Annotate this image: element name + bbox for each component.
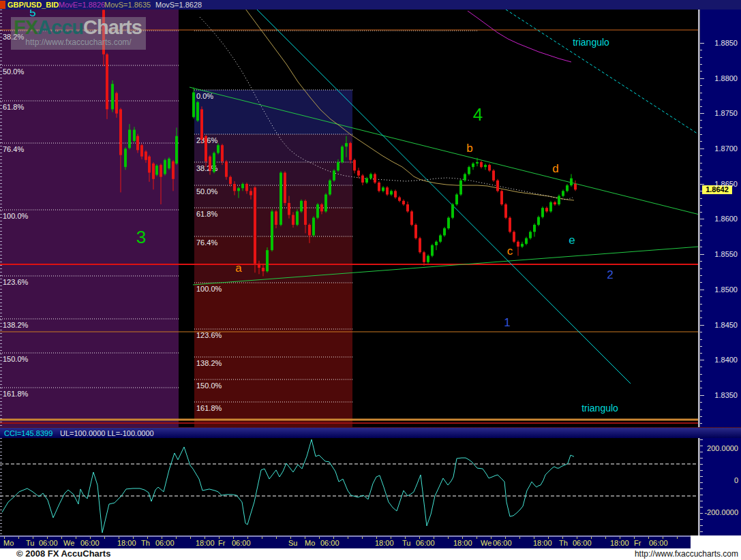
time-axis-tick [90, 537, 91, 539]
time-axis-tick [176, 537, 177, 539]
time-axis-tick [133, 537, 134, 539]
time-axis-label: Mo [3, 539, 14, 547]
candle-body [341, 146, 344, 162]
price-axis-tick [700, 64, 702, 65]
candle-body [196, 102, 199, 121]
candle-body [423, 252, 425, 262]
price-axis-tick [700, 50, 702, 50]
candle-body [554, 202, 556, 204]
candle-body [558, 196, 560, 204]
cci-chart-svg[interactable] [0, 438, 698, 535]
price-axis-tick [700, 317, 702, 318]
price-axis-tick [700, 184, 704, 185]
candle-body [296, 211, 299, 225]
trend-line [506, 10, 698, 135]
fib-left-level-label: 100.0% [3, 212, 29, 220]
candle-body [574, 184, 577, 189]
time-axis-tick [362, 537, 363, 539]
price-axis-label: 1.8450 [714, 321, 738, 329]
status-footer: © 2008 FX AccuCharts http://www.fxaccuch… [0, 548, 741, 560]
time-axis-tick [18, 537, 19, 539]
fib-left-level-label: 50.0% [3, 67, 24, 76]
candle-body [316, 204, 319, 218]
price-axis-tick [700, 395, 704, 396]
price-axis-tick [700, 225, 702, 226]
time-axis-tick [505, 537, 506, 539]
candle-body [233, 184, 236, 191]
time-axis-label: Th [141, 539, 150, 547]
candle-body [451, 204, 454, 218]
candle-body [549, 202, 552, 211]
time-axis-tick [448, 537, 449, 539]
cci-axis-tick [700, 525, 703, 526]
candle-body [106, 55, 108, 110]
candle-body [541, 208, 544, 217]
candle-body [209, 157, 211, 171]
candle-body [279, 172, 282, 225]
price-axis-tick [700, 381, 702, 382]
candle-body [504, 204, 507, 218]
time-axis-tick [247, 537, 248, 539]
price-axis-tick [700, 296, 702, 297]
candle-body [443, 228, 446, 235]
price-axis-tick [700, 127, 702, 128]
time-axis-tick [119, 537, 119, 539]
time-axis-label: 18:00 [453, 539, 472, 547]
time-axis-tick [190, 537, 191, 539]
candle-body [225, 161, 228, 177]
candle-body [378, 183, 380, 191]
candle-body [353, 160, 356, 171]
candle-body [394, 191, 397, 197]
candle-body [419, 238, 421, 253]
move-readout: MovE=1.8826 [59, 0, 105, 10]
price-axis-tick [700, 212, 702, 213]
cci-chart-canvas[interactable] [0, 438, 698, 535]
wave-label: e [569, 234, 575, 247]
price-axis-tick [700, 311, 702, 311]
candle-body [312, 218, 315, 236]
price-axis-tick [700, 304, 702, 305]
time-axis-label: 18:00 [196, 539, 215, 547]
candle-body [111, 84, 114, 109]
wave-label: triangulo [573, 37, 609, 48]
cci-line [2, 439, 574, 533]
candle-body [148, 157, 151, 173]
candle-body [237, 188, 240, 191]
cci-axis-tick [700, 446, 703, 446]
time-axis-tick [462, 537, 463, 539]
fib-left-level-label: 61.8% [3, 103, 24, 111]
candle-body [529, 232, 532, 238]
price-axis-panel[interactable]: 1.8642 1.88501.88001.87501.87001.86501.8… [698, 10, 741, 427]
time-axis-row: MoTu06:00We06:0018:00Th06:0018:00Fr06:00… [0, 535, 741, 548]
candle-body [509, 218, 511, 232]
movs1-readout: MovS=1.8635 [104, 0, 151, 10]
candle-body [155, 166, 158, 174]
time-axis-label: Fr [634, 539, 641, 547]
fib-left-level-label: 161.8% [3, 390, 29, 398]
price-chart-svg[interactable]: 38.2%50.0%61.8%76.4%100.0%123.6%138.2%15… [0, 10, 698, 427]
candle-body [357, 170, 360, 175]
time-axis-tick [147, 537, 148, 539]
candle-body [337, 162, 339, 170]
fib-mid-level-label: 0.0% [196, 92, 213, 100]
cci-axis-panel[interactable]: 200.00000-200.0000 [698, 438, 741, 535]
candle-body [333, 170, 335, 180]
candle-body [284, 172, 286, 202]
candle-body [275, 211, 277, 225]
time-axis-tick [47, 537, 48, 539]
price-axis-tick [700, 367, 702, 367]
time-axis-tick [205, 537, 205, 539]
price-chart-canvas[interactable]: 38.2%50.0%61.8%76.4%100.0%123.6%138.2%15… [0, 10, 698, 427]
price-axis-tick [700, 261, 702, 262]
symbol-label: GBP/USD_BID [7, 0, 59, 10]
time-axis-tick [376, 537, 377, 539]
fx-accucharts-window: GBP/USD_BID MovE=1.8826 MovS=1.8635 MovS… [0, 0, 741, 560]
price-axis-label: 1.8500 [714, 285, 738, 294]
logo-fx: FX [14, 16, 37, 38]
wave-label: a [235, 262, 242, 275]
time-axis-tick [276, 537, 277, 539]
candle-body [537, 217, 540, 225]
time-axis[interactable]: MoTu06:00We06:0018:00Th06:0018:00Fr06:00… [0, 535, 691, 548]
chart-title-bar: GBP/USD_BID MovE=1.8826 MovS=1.8635 MovS… [0, 0, 741, 10]
cci-axis-tick [700, 507, 703, 508]
